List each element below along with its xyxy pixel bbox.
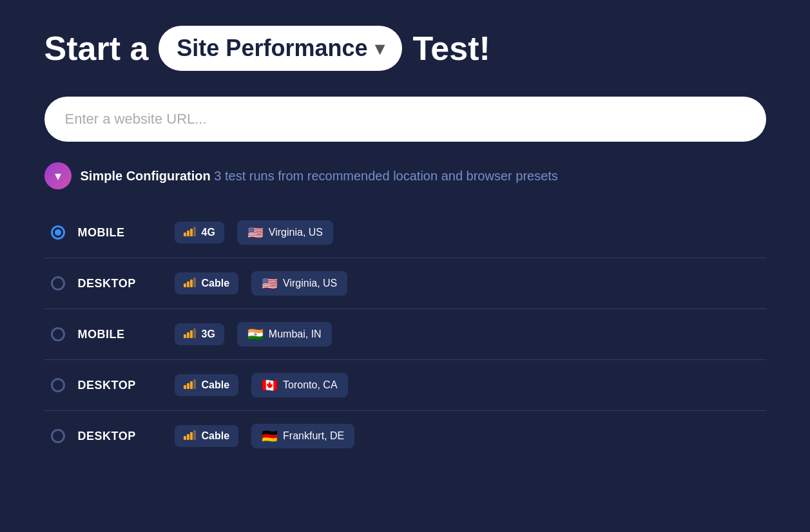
- device-label: MOBILE: [78, 226, 149, 240]
- svg-rect-35: [184, 436, 186, 440]
- device-label: DESKTOP: [78, 277, 149, 290]
- chevron-down-icon: ▾: [55, 168, 61, 184]
- header-suffix: Test!: [412, 29, 490, 68]
- test-row[interactable]: DESKTOP Cable🇩🇪Frankfurt, DE: [44, 411, 766, 461]
- network-type: 4G: [202, 227, 215, 238]
- svg-rect-15: [187, 281, 189, 287]
- svg-rect-30: [190, 381, 193, 389]
- location-badge: 🇩🇪Frankfurt, DE: [251, 424, 354, 448]
- dropdown-label: Site Performance: [177, 35, 367, 62]
- location-text: Frankfurt, DE: [283, 430, 344, 442]
- svg-rect-29: [187, 383, 189, 389]
- svg-rect-28: [184, 385, 186, 389]
- test-type-dropdown[interactable]: Site Performance ▾: [159, 26, 402, 71]
- svg-rect-5: [184, 233, 186, 236]
- svg-rect-37: [190, 432, 193, 440]
- radio-button[interactable]: [51, 429, 65, 443]
- signal-icon: [184, 328, 197, 341]
- network-badge: Cable: [175, 374, 239, 396]
- device-label: DESKTOP: [78, 379, 149, 392]
- location-text: Toronto, CA: [283, 379, 337, 391]
- location-badge: 🇺🇸Virginia, US: [251, 271, 347, 296]
- network-badge: Cable: [175, 425, 239, 447]
- network-type: Cable: [202, 379, 230, 391]
- svg-rect-6: [187, 231, 189, 236]
- country-flag: 🇺🇸: [247, 225, 264, 240]
- svg-rect-26: [193, 328, 196, 338]
- radio-button[interactable]: [51, 378, 65, 392]
- svg-rect-23: [184, 334, 186, 338]
- location-text: Mumbai, IN: [269, 328, 322, 340]
- page-header: Start a Site Performance ▾ Test!: [44, 26, 766, 71]
- simple-config-section: ▾ Simple Configuration 3 test runs from …: [44, 162, 766, 189]
- radio-button[interactable]: [51, 225, 65, 240]
- chevron-down-icon: ▾: [375, 38, 384, 59]
- svg-rect-8: [193, 227, 196, 236]
- country-flag: 🇮🇳: [247, 327, 264, 342]
- page-container: Start a Site Performance ▾ Test! ▾ Simpl…: [44, 26, 766, 506]
- test-row[interactable]: MOBILE 4G🇺🇸Virginia, US: [44, 207, 766, 258]
- location-badge: 🇮🇳Mumbai, IN: [237, 322, 332, 347]
- network-type: Cable: [202, 278, 230, 289]
- country-flag: 🇩🇪: [262, 428, 278, 444]
- test-row[interactable]: MOBILE 3G🇮🇳Mumbai, IN: [44, 309, 766, 360]
- radio-button[interactable]: [51, 276, 65, 290]
- svg-rect-24: [187, 332, 189, 338]
- location-text: Virginia, US: [283, 278, 337, 289]
- signal-icon: [184, 277, 197, 290]
- svg-rect-25: [190, 330, 193, 338]
- svg-rect-31: [193, 379, 196, 389]
- network-badge: Cable: [175, 272, 239, 294]
- config-label: Simple Configuration 3 test runs from re…: [81, 169, 558, 184]
- network-type: Cable: [202, 430, 230, 442]
- radio-button[interactable]: [51, 327, 65, 341]
- svg-rect-14: [184, 283, 186, 287]
- country-flag: 🇺🇸: [262, 276, 278, 291]
- svg-rect-36: [187, 434, 189, 440]
- config-toggle-button[interactable]: ▾: [44, 162, 72, 189]
- device-label: MOBILE: [78, 328, 149, 341]
- test-row[interactable]: DESKTOP Cable🇨🇦Toronto, CA: [44, 360, 766, 411]
- signal-icon: [184, 226, 197, 239]
- location-badge: 🇺🇸Virginia, US: [237, 220, 333, 245]
- signal-icon: [184, 430, 197, 442]
- svg-rect-7: [190, 229, 193, 236]
- url-input-wrapper: [44, 97, 766, 142]
- country-flag: 🇨🇦: [262, 377, 278, 393]
- svg-rect-17: [193, 278, 196, 287]
- test-row[interactable]: DESKTOP Cable🇺🇸Virginia, US: [44, 258, 766, 309]
- test-rows-list: MOBILE 4G🇺🇸Virginia, USDESKTOP: [44, 207, 766, 461]
- device-label: DESKTOP: [78, 430, 149, 443]
- network-type: 3G: [202, 328, 215, 340]
- location-text: Virginia, US: [269, 227, 323, 238]
- network-badge: 4G: [175, 222, 224, 243]
- signal-icon: [184, 379, 197, 392]
- url-input[interactable]: [44, 97, 766, 142]
- network-badge: 3G: [175, 323, 224, 345]
- header-prefix: Start a: [44, 29, 149, 68]
- svg-rect-38: [193, 430, 196, 440]
- svg-rect-16: [190, 280, 193, 287]
- location-badge: 🇨🇦Toronto, CA: [251, 373, 347, 397]
